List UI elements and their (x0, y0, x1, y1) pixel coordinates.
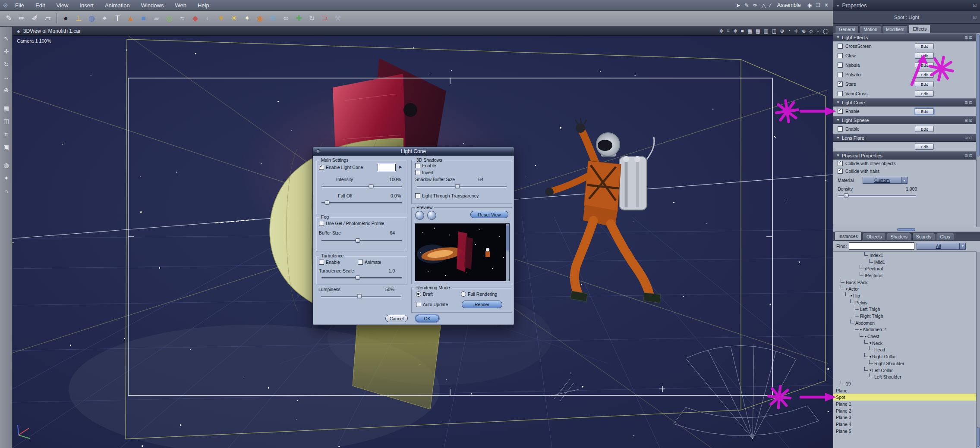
texture-sphere-icon[interactable]: ◍ (0, 159, 13, 172)
find-filter-dropdown[interactable]: All ▾ (917, 243, 966, 250)
move-tool-icon[interactable]: ✛ (0, 45, 13, 58)
tree-item-lpectoral[interactable]: lPectoral (833, 272, 977, 279)
tree-item-pelvis[interactable]: Pelvis (833, 299, 977, 306)
magnet-tool-icon[interactable]: ⊃ (318, 13, 331, 25)
view-compass-icon[interactable]: ⊕ (802, 28, 806, 34)
collide-hairs-checkbox[interactable] (838, 169, 843, 174)
camera-tool-icon[interactable]: ◉ (254, 13, 266, 25)
light-sphere-enable-checkbox[interactable] (838, 126, 843, 132)
light-gizmo-icon[interactable]: ✦ (0, 172, 13, 185)
plane-tool-icon[interactable]: ▰ (150, 13, 163, 25)
turbulence-scale-slider[interactable] (321, 275, 402, 280)
lens-flare-edit-button[interactable]: Edit (915, 144, 934, 150)
torus-tool-icon[interactable]: ◎ (163, 13, 176, 25)
stars-checkbox[interactable] (838, 81, 843, 87)
expand-arrow-icon[interactable]: ▾ (851, 294, 852, 298)
ok-button[interactable]: OK (416, 315, 439, 322)
shadows-invert-checkbox[interactable] (415, 170, 420, 175)
tab-objects[interactable]: Objects (863, 233, 886, 240)
view-quad-icon[interactable]: ◫ (772, 28, 777, 34)
auto-update-checkbox[interactable] (416, 302, 421, 307)
snap-grid-icon[interactable]: ⌗ (0, 128, 13, 141)
view-camera-icon[interactable]: ⊚ (780, 28, 784, 34)
menu-windows[interactable]: Windows (135, 2, 170, 9)
menu-view[interactable]: View (50, 2, 74, 9)
dialog-titlebar[interactable]: Light Cone (313, 147, 514, 156)
section-header-icons[interactable]: ⊞⊡ (964, 118, 974, 122)
stars-edit-button[interactable]: Edit (915, 81, 934, 87)
tab-shaders[interactable]: Shaders (887, 233, 911, 240)
tree-item-back-pack[interactable]: Back-Pack (833, 279, 977, 286)
variocross-checkbox[interactable] (838, 91, 843, 96)
expand-arrow-icon[interactable]: ▾ (870, 368, 871, 372)
nebula-edit-button[interactable]: Edit (915, 62, 934, 68)
menu-file[interactable]: File (9, 2, 30, 9)
expand-arrow-icon[interactable]: ▾ (870, 355, 871, 359)
shape-draw-icon[interactable]: ▱ (41, 13, 54, 25)
tree-item-rpectoral[interactable]: rPectoral (833, 265, 977, 272)
menu-insert[interactable]: Insert (74, 2, 99, 9)
cancel-button[interactable]: Cancel (385, 315, 408, 322)
scrollbar-thumb[interactable] (977, 34, 980, 157)
variocross-edit-button[interactable]: Edit (915, 91, 934, 97)
tree-item-plane-3[interactable]: Plane 3 (833, 414, 977, 421)
scene-home-icon[interactable]: ⌂ (0, 185, 13, 197)
draft-radio[interactable] (416, 291, 421, 297)
view-axis-icon[interactable]: ✛ (794, 28, 798, 34)
dialog-close-button[interactable] (316, 149, 320, 154)
expand-arrow-icon[interactable]: ▾ (865, 335, 867, 338)
pyramid-tool-icon[interactable]: ▼ (215, 13, 227, 25)
tree-item-abdomen[interactable]: Abdomen (833, 320, 977, 326)
shadow-buffer-slider[interactable] (417, 184, 507, 189)
section-light-cone[interactable]: ▼ Light Cone ⊞⊡ (833, 98, 977, 107)
zoom-tool-icon[interactable]: ⊕ (0, 84, 13, 97)
buffer-size-slider[interactable] (321, 238, 402, 243)
collide-objects-checkbox[interactable] (838, 161, 843, 166)
tab-instances[interactable]: Instances (835, 232, 862, 240)
tab-clips[interactable]: Clips (936, 233, 954, 240)
crossscreen-checkbox[interactable] (838, 44, 843, 49)
section-light-sphere[interactable]: ▼ Light Sphere ⊞⊡ (833, 116, 977, 124)
mode-label[interactable]: Assemble (777, 2, 801, 8)
menu-help[interactable]: Help (192, 2, 215, 9)
color-picker-arrow-icon[interactable]: ▶ (399, 165, 402, 169)
split-view-icon[interactable]: ◫ (0, 115, 13, 128)
section-header-icons[interactable]: ⊞⊡ (964, 35, 974, 40)
expand-arrow-icon[interactable]: ▾ (870, 341, 871, 345)
globe-tool-icon[interactable]: ◍ (85, 13, 98, 25)
panel-options-icon[interactable]: ⊡ (973, 15, 977, 20)
tree-item-plane[interactable]: Plane (833, 387, 977, 394)
rotate-object-icon[interactable]: ↻ (306, 13, 318, 25)
falloff-slider[interactable] (321, 200, 402, 205)
view-quality-icon[interactable]: ✥ (719, 28, 724, 34)
sphere-tool-icon[interactable]: ● (60, 13, 72, 25)
pen-tool-icon[interactable]: ✎ (744, 2, 749, 9)
view-grid4-icon[interactable]: ▥ (764, 28, 769, 34)
measure-tool-icon[interactable]: ∕ (770, 2, 771, 9)
paint-brush-icon[interactable]: ✎ (3, 13, 15, 25)
sun-light-tool-icon[interactable]: ☀ (228, 13, 240, 25)
tree-item-abdomen-2[interactable]: ▾Abdomen 2 (833, 326, 977, 333)
glow-edit-button[interactable]: Edit (915, 53, 934, 59)
light-cone-enable-checkbox[interactable] (838, 109, 843, 114)
lathe-tool-icon[interactable]: ⊥ (72, 13, 85, 25)
scale-tool-icon[interactable]: ↔ (0, 71, 13, 84)
tree-item-right-collar[interactable]: ▾Right Collar (833, 353, 977, 360)
tree-item-19[interactable]: 19 (833, 380, 977, 387)
menu-animation[interactable]: Animation (99, 2, 135, 9)
polygon-tool-icon[interactable]: △ (762, 2, 766, 9)
find-input[interactable] (849, 242, 914, 250)
reset-view-button[interactable]: Reset View (470, 211, 508, 218)
tree-item-index1[interactable]: Index1 (833, 252, 977, 259)
view-sphere-icon[interactable]: ○ (816, 28, 819, 34)
section-header-icons[interactable]: ⊞⊡ (964, 136, 974, 140)
tab-effects[interactable]: Effects (909, 24, 930, 33)
pointer-tool-icon[interactable]: ➤ (736, 2, 741, 9)
light-sphere-edit-button[interactable]: Edit (915, 126, 934, 132)
preview-sphere-button[interactable] (415, 211, 424, 220)
tree-item-head[interactable]: Head (833, 347, 977, 354)
view-cube-icon[interactable]: ◇ (809, 28, 813, 34)
cone-tool-icon[interactable]: ▲ (124, 13, 137, 25)
properties-scrollbar[interactable] (976, 33, 980, 227)
lumpiness-slider[interactable] (321, 294, 401, 299)
